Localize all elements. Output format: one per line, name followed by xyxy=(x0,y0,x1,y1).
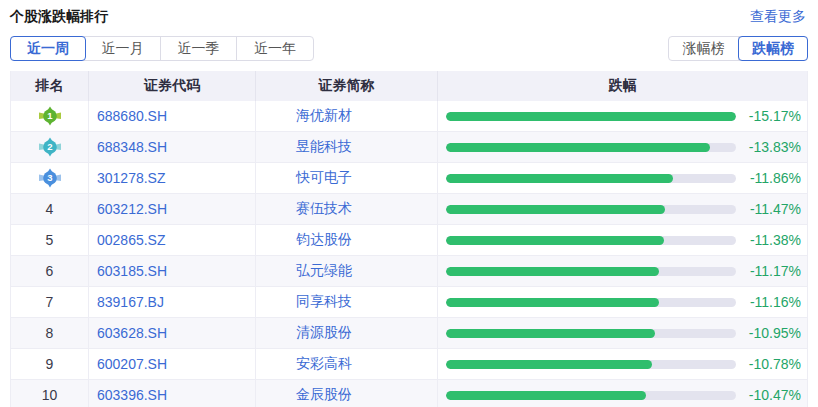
stock-name: 赛伍技术 xyxy=(256,194,438,224)
change-percent: -11.86% xyxy=(736,170,801,186)
table-body: 1 688680.SH 海优新材 -15.17% 2 688348.SH xyxy=(11,101,807,407)
table-row[interactable]: 1 4 603212.SH 赛伍技术 -11.47% xyxy=(11,194,807,225)
stock-code: 600207.SH xyxy=(89,349,256,379)
table-row[interactable]: 3 301278.SZ 快可电子 -11.86% xyxy=(11,163,807,194)
change-bar-fill xyxy=(446,298,659,307)
change-cell: -11.38% xyxy=(438,225,807,255)
change-bar-track xyxy=(446,143,736,152)
change-percent: -11.17% xyxy=(736,263,801,279)
stock-code: 688348.SH xyxy=(89,132,256,162)
change-cell: -10.47% xyxy=(438,380,807,407)
page-title: 个股涨跌幅排行 xyxy=(10,8,108,26)
stock-code: 688680.SH xyxy=(89,101,256,131)
change-bar-track xyxy=(446,267,736,276)
stock-code: 002865.SZ xyxy=(89,225,256,255)
rank-cell: 1 10 xyxy=(11,380,89,407)
change-bar-fill xyxy=(446,267,659,276)
rank-cell: 1 9 xyxy=(11,349,89,379)
tab-last-year[interactable]: 近一年 xyxy=(237,37,313,60)
stock-name: 同享科技 xyxy=(256,287,438,317)
stock-code: 603185.SH xyxy=(89,256,256,286)
ranking-table: 排名 证券代码 证券简称 跌幅 1 688680.SH 海优新材 -15.17% xyxy=(10,71,808,407)
change-bar-fill xyxy=(446,205,665,214)
rank-number: 5 xyxy=(46,232,54,248)
stock-name: 安彩高科 xyxy=(256,349,438,379)
filter-row: 近一周 近一月 近一季 近一年 涨幅榜 跌幅榜 xyxy=(0,26,818,61)
stock-ranking-widget: 个股涨跌幅排行 查看更多 近一周 近一月 近一季 近一年 涨幅榜 跌幅榜 排名 … xyxy=(0,0,818,407)
tab-last-month[interactable]: 近一月 xyxy=(85,37,161,60)
widget-header: 个股涨跌幅排行 查看更多 xyxy=(0,0,818,26)
stock-name: 弘元绿能 xyxy=(256,256,438,286)
change-percent: -15.17% xyxy=(736,108,801,124)
rank-medal-icon: 2 xyxy=(38,137,62,157)
rank-cell: 2 xyxy=(11,132,89,162)
change-bar-track xyxy=(446,391,736,400)
change-percent: -10.95% xyxy=(736,325,801,341)
stock-code: 603628.SH xyxy=(89,318,256,348)
table-row[interactable]: 2 688348.SH 昱能科技 -13.83% xyxy=(11,132,807,163)
stock-code: 839167.BJ xyxy=(89,287,256,317)
rank-cell: 1 6 xyxy=(11,256,89,286)
table-row[interactable]: 1 6 603185.SH 弘元绿能 -11.17% xyxy=(11,256,807,287)
change-bar-fill xyxy=(446,360,652,369)
table-row[interactable]: 1 8 603628.SH 清源股份 -10.95% xyxy=(11,318,807,349)
change-cell: -10.78% xyxy=(438,349,807,379)
change-percent: -11.38% xyxy=(736,232,801,248)
change-bar-track xyxy=(446,298,736,307)
rank-number: 10 xyxy=(42,387,58,403)
rank-medal-icon: 1 xyxy=(38,106,62,126)
rank-cell: 1 4 xyxy=(11,194,89,224)
stock-code: 603212.SH xyxy=(89,194,256,224)
header-code: 证券代码 xyxy=(89,71,256,101)
rank-medal-icon: 3 xyxy=(38,168,62,188)
tab-last-week[interactable]: 近一周 xyxy=(10,36,86,61)
change-cell: -15.17% xyxy=(438,101,807,131)
rank-number: 6 xyxy=(46,263,54,279)
change-cell: -11.16% xyxy=(438,287,807,317)
change-bar-fill xyxy=(446,143,710,152)
rank-cell: 1 xyxy=(11,101,89,131)
table-row[interactable]: 1 7 839167.BJ 同享科技 -11.16% xyxy=(11,287,807,318)
change-percent: -11.16% xyxy=(736,294,801,310)
rank-cell: 1 5 xyxy=(11,225,89,255)
stock-name: 快可电子 xyxy=(256,163,438,193)
change-cell: -11.86% xyxy=(438,163,807,193)
change-bar-track xyxy=(446,112,736,121)
change-bar-fill xyxy=(446,329,655,338)
period-tab-group: 近一周 近一月 近一季 近一年 xyxy=(10,36,314,61)
svg-text:2: 2 xyxy=(47,141,52,152)
rank-cell: 1 8 xyxy=(11,318,89,348)
rank-number: 9 xyxy=(46,356,54,372)
change-bar-fill xyxy=(446,236,664,245)
rank-number: 4 xyxy=(46,201,54,217)
change-bar-track xyxy=(446,205,736,214)
change-cell: -11.17% xyxy=(438,256,807,286)
change-bar-track xyxy=(446,329,736,338)
table-row[interactable]: 1 688680.SH 海优新材 -15.17% xyxy=(11,101,807,132)
change-cell: -13.83% xyxy=(438,132,807,162)
view-more-link[interactable]: 查看更多 xyxy=(750,8,806,26)
change-percent: -11.47% xyxy=(736,201,801,217)
svg-text:1: 1 xyxy=(47,110,53,121)
change-cell: -10.95% xyxy=(438,318,807,348)
change-percent: -13.83% xyxy=(736,139,801,155)
change-cell: -11.47% xyxy=(438,194,807,224)
change-bar-track xyxy=(446,360,736,369)
change-percent: -10.47% xyxy=(736,387,801,403)
table-row[interactable]: 1 10 603396.SH 金辰股份 -10.47% xyxy=(11,380,807,407)
rank-number: 7 xyxy=(46,294,54,310)
table-row[interactable]: 1 5 002865.SZ 钧达股份 -11.38% xyxy=(11,225,807,256)
change-bar-fill xyxy=(446,391,646,400)
stock-code: 301278.SZ xyxy=(89,163,256,193)
rank-cell: 1 7 xyxy=(11,287,89,317)
tab-gainers[interactable]: 涨幅榜 xyxy=(669,37,739,60)
header-rank: 排名 xyxy=(11,71,89,101)
stock-name: 昱能科技 xyxy=(256,132,438,162)
tab-last-quarter[interactable]: 近一季 xyxy=(161,37,237,60)
tab-losers[interactable]: 跌幅榜 xyxy=(738,36,808,61)
rank-number: 8 xyxy=(46,325,54,341)
table-row[interactable]: 1 9 600207.SH 安彩高科 -10.78% xyxy=(11,349,807,380)
stock-name: 金辰股份 xyxy=(256,380,438,407)
change-bar-fill xyxy=(446,112,736,121)
stock-name: 清源股份 xyxy=(256,318,438,348)
